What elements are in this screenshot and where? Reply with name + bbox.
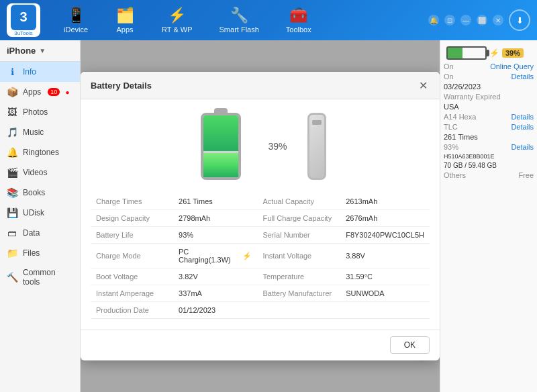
free-label: Free (518, 171, 534, 179)
restore-btn[interactable]: ⊡ (444, 15, 455, 26)
value-full-charge: 2676mAh (340, 210, 430, 227)
download-btn[interactable]: ⬇ (509, 9, 530, 31)
sidebar-item-files[interactable]: 📁 Files (0, 243, 80, 263)
value-serial: F8Y30240PWC10CL5H (340, 227, 430, 244)
table-row: Battery Life 93% Serial Number F8Y30240P… (91, 227, 430, 244)
udisk-icon: 💾 (7, 207, 17, 218)
nav-bar: 📱 iDevice 🗂️ Apps ⚡ RT & WP 🔧 Smart Flas… (50, 1, 425, 39)
sidebar-item-ringtones[interactable]: 🔔 Ringtones (0, 142, 80, 162)
nav-apps[interactable]: 🗂️ Apps (101, 1, 148, 39)
right-row-date: 03/26/2023 (444, 83, 534, 91)
apps-badge: 10 (48, 88, 60, 96)
books-icon: 📚 (7, 187, 17, 198)
dialog-body: 39% Charge Times 261 Times Actual Capaci… (81, 99, 440, 329)
details-label: On (444, 72, 454, 81)
videos-icon: 🎬 (7, 167, 17, 178)
sidebar-item-videos[interactable]: 🎬 Videos (0, 162, 80, 183)
table-row: Charge Mode PC Charging(1.3W) ⚡ Instant … (91, 244, 430, 268)
sidebar-item-data[interactable]: 🗃 Data (0, 223, 80, 243)
bolt-icon: ⚡ (489, 48, 499, 58)
dialog-footer: OK (81, 329, 440, 360)
value-production-date: 01/12/2023 (173, 302, 257, 319)
window-controls: 🔔 ⊡ — ⬜ ✕ ⬇ (428, 9, 530, 31)
device-header[interactable]: iPhone ▼ (0, 40, 80, 62)
nav-toolbox[interactable]: 🧰 Toolbox (273, 1, 325, 39)
value-empty (340, 302, 430, 319)
apps-sidebar-icon: 📦 (7, 87, 17, 97)
notification-btn[interactable]: 🔔 (428, 15, 439, 26)
sidebar-item-udisk[interactable]: 💾 UDisk (0, 203, 80, 223)
sidebar-item-info[interactable]: ℹ Info (0, 62, 80, 82)
life-link[interactable]: Details (511, 143, 534, 151)
battery-details-table: Charge Times 261 Times Actual Capacity 2… (91, 193, 430, 319)
value-boot-voltage: 3.82V (173, 268, 257, 285)
dialog-titlebar: Battery Details ✕ (81, 72, 440, 99)
right-row-warranty: Warranty Expired (444, 93, 534, 101)
chip-label: A14 Hexa (444, 113, 476, 121)
nav-idevice[interactable]: 📱 iDevice (50, 1, 101, 39)
online-query-link[interactable]: Online Query (490, 62, 534, 70)
content-area: Battery Details ✕ (81, 40, 440, 392)
sidebar-apps-label: Apps (23, 87, 41, 97)
storage-type-link[interactable]: Details (511, 123, 534, 131)
charge-times-value: 261 Times (444, 133, 478, 141)
sidebar: iPhone ▼ ℹ Info 📦 Apps 10 ● 🖼 Photos 🎵 M… (0, 40, 81, 392)
label-instant-voltage: Instant Voltage (257, 244, 340, 268)
right-row-charge-times: 261 Times (444, 133, 534, 141)
warranty-label: Warranty Expired (444, 93, 501, 101)
battery-bar (446, 46, 487, 60)
battery-fill (203, 153, 238, 177)
close-btn[interactable]: ✕ (493, 15, 503, 26)
nav-smartflash[interactable]: 🔧 Smart Flash (206, 1, 273, 39)
maximize-btn[interactable]: ⬜ (477, 15, 487, 26)
battery-pct-badge: 39% (502, 48, 524, 58)
charge-label: On (444, 62, 454, 70)
right-row-chip: A14 Hexa Details (444, 113, 534, 121)
phone-illustration (307, 113, 326, 180)
label-battery-manufacturer: Battery Manufacturer (257, 285, 340, 302)
sidebar-item-music[interactable]: 🎵 Music (0, 122, 80, 142)
label-empty (257, 302, 340, 319)
sidebar-item-books[interactable]: 📚 Books (0, 183, 80, 203)
details-link[interactable]: Details (511, 72, 534, 81)
table-row: Design Capacity 2798mAh Full Charge Capa… (91, 210, 430, 227)
files-icon: 📁 (7, 248, 17, 258)
storage-value: 70 GB / 59.48 GB (444, 162, 497, 169)
nav-toolbox-label: Toolbox (286, 26, 311, 34)
ok-button[interactable]: OK (390, 336, 430, 354)
nav-smartflash-label: Smart Flash (219, 26, 259, 34)
download-icon: ⬇ (516, 15, 524, 26)
battery-illustration (194, 109, 248, 183)
right-row-storage-type: TLC Details (444, 123, 534, 131)
sidebar-photos-label: Photos (23, 107, 48, 117)
dialog-overlay: Battery Details ✕ (81, 40, 440, 392)
battery-upper-fill (203, 115, 238, 151)
label-battery-life: Battery Life (91, 227, 173, 244)
battery-status: ⚡ 39% (444, 44, 534, 62)
label-serial: Serial Number (257, 227, 340, 244)
sidebar-item-apps[interactable]: 📦 Apps 10 ● (0, 82, 80, 102)
right-panel: ⚡ 39% On Online Query On Details 03/26/2… (440, 40, 537, 392)
common-tools-icon: 🔨 (7, 272, 17, 283)
label-temperature: Temperature (257, 268, 340, 285)
sidebar-udisk-label: UDisk (23, 208, 44, 217)
sidebar-info-label: Info (23, 67, 36, 77)
charging-bolt-icon: ⚡ (242, 252, 252, 260)
table-row: Boot Voltage 3.82V Temperature 31.59°C (91, 268, 430, 285)
battery-nub (214, 108, 228, 115)
nav-rtwp[interactable]: ⚡ RT & WP (148, 1, 205, 39)
battery-fill-right (448, 48, 462, 58)
smartflash-icon: 🔧 (230, 7, 248, 24)
sidebar-books-label: Books (23, 188, 45, 197)
minimize-btn[interactable]: — (460, 15, 471, 26)
battery-percent-label: 39% (268, 141, 287, 152)
value-charge-mode: PC Charging(1.3W) ⚡ (173, 244, 257, 268)
dialog-title-text: Battery Details (91, 81, 152, 91)
sidebar-item-photos[interactable]: 🖼 Photos (0, 102, 80, 122)
iphone-label: iPhone (7, 46, 36, 56)
music-icon: 🎵 (7, 127, 17, 138)
sidebar-item-common-tools[interactable]: 🔨 Common tools (0, 263, 80, 291)
sidebar-files-label: Files (23, 248, 40, 258)
dialog-close-button[interactable]: ✕ (416, 79, 430, 92)
chip-link[interactable]: Details (511, 113, 534, 121)
